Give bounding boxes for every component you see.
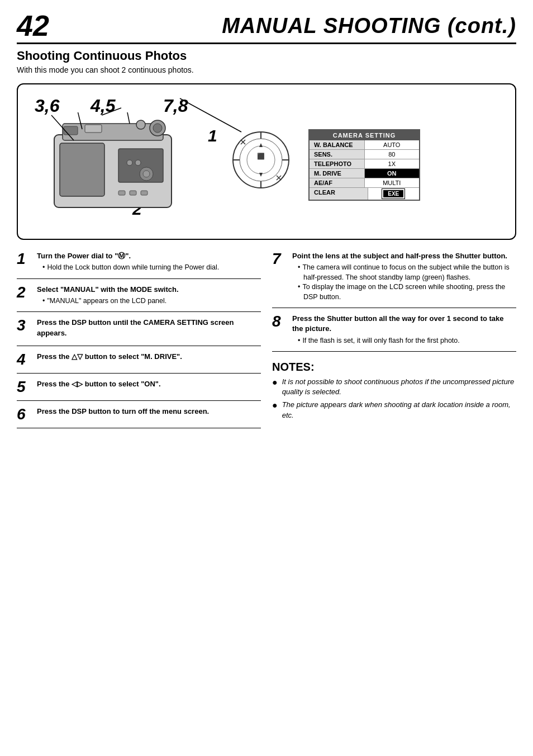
step-3: 3 Press the DSP button until the CAMERA … [17,318,261,346]
svg-marker-31 [259,173,263,177]
camera-illustration [51,112,213,219]
camera-area: 3,6 4,5 7,8 1 2 [29,96,297,224]
cs-panel-header: CAMERA SETTING [310,130,419,140]
steps-col-right: 7 Point the lens at the subject and half… [272,251,516,434]
svg-rect-4 [64,126,78,135]
svg-rect-2 [60,143,104,196]
section-title: Shooting Continuous Photos [17,49,516,63]
step-4: 4 Press the △▽ button to select "M. DRIV… [17,352,261,374]
page-header: 42 MANUAL SHOOTING (cont.) [17,11,516,44]
note-item-2: ● The picture appears dark when shooting… [272,400,516,420]
svg-point-10 [135,160,141,166]
cs-row-telephoto: TELEPHOTO 1X [310,159,419,169]
svg-rect-5 [85,125,102,133]
svg-point-20 [247,146,275,174]
diagram-box: 3,6 4,5 7,8 1 2 [17,83,516,240]
cs-row-mdrive: M. DRIVE ON [310,169,419,178]
svg-text:⬛: ⬛ [257,152,265,160]
steps-col-left: 1 Turn the Power dial to "Ⓜ". Hold the L… [17,251,261,434]
cs-row-wbalance: W. BALANCE AUTO [310,140,419,150]
svg-point-12 [143,171,150,177]
shutter-circle: ⬛ [230,129,292,191]
cs-row-clear: CLEAR EXE [310,188,419,200]
steps-container: 1 Turn the Power dial to "Ⓜ". Hold the L… [17,251,516,434]
camera-setting-panel: CAMERA SETTING W. BALANCE AUTO SENS. 80 … [308,129,420,201]
step-1: 1 Turn the Power dial to "Ⓜ". Hold the L… [17,251,261,279]
page-number: 42 [17,11,49,40]
svg-rect-14 [130,191,136,195]
svg-point-9 [127,160,132,166]
svg-rect-13 [118,191,125,195]
svg-rect-15 [141,191,147,195]
notes-section: NOTES: ● It is not possible to shoot con… [272,361,516,420]
notes-title: NOTES: [272,361,516,374]
cs-row-sens: SENS. 80 [310,150,419,159]
step-5: 5 Press the ◁▷ button to select "ON". [17,379,261,401]
note-item-1: ● It is not possible to shoot continuous… [272,377,516,397]
section-subtitle: With this mode you can shoot 2 continuou… [17,65,516,74]
svg-marker-30 [259,143,263,147]
step-7: 7 Point the lens at the subject and half… [272,251,516,308]
svg-point-8 [136,120,145,129]
step-2: 2 Select "MANUAL" with the MODE switch. … [17,285,261,313]
cs-row-aeaf: AE/AF MULTI [310,178,419,188]
svg-point-7 [153,124,162,133]
camera-setting-area: CAMERA SETTING W. BALANCE AUTO SENS. 80 … [308,96,504,201]
step-6: 6 Press the DSP button to turn off the m… [17,407,261,428]
svg-line-17 [124,112,130,124]
page-title: MANUAL SHOOTING (cont.) [222,14,516,38]
step-8: 8 Press the Shutter button all the way f… [272,314,516,352]
